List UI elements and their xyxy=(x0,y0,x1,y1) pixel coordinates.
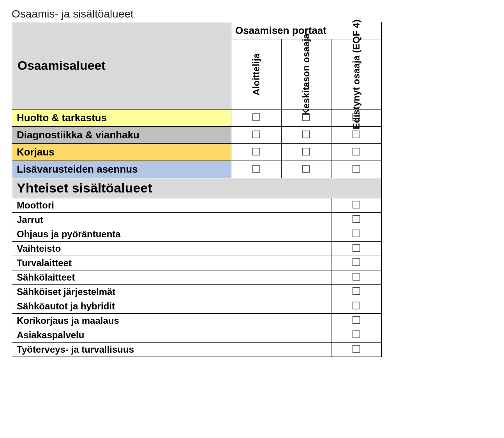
checkbox-icon xyxy=(352,165,360,173)
competence-row-label: Huolto & tarkastus xyxy=(12,110,231,127)
checkbox-icon xyxy=(352,302,360,309)
section-header: Yhteiset sisältöalueet xyxy=(12,178,382,198)
checkbox-cell[interactable] xyxy=(331,227,382,242)
competence-row-label: Korjaus xyxy=(12,144,231,161)
checkbox-cell[interactable] xyxy=(231,161,281,178)
checkbox-icon xyxy=(352,131,360,138)
checkbox-icon xyxy=(252,113,260,121)
checkbox-cell[interactable] xyxy=(331,213,382,227)
competence-table: Osaamisalueet Osaamisen portaat Aloittel… xyxy=(12,22,382,357)
checkbox-cell[interactable] xyxy=(281,161,331,178)
checkbox-icon xyxy=(352,244,360,252)
content-row-label: Vaihteisto xyxy=(12,242,331,256)
checkbox-icon xyxy=(352,345,360,353)
content-row-label: Sähköiset järjestelmät xyxy=(12,285,331,299)
checkbox-cell[interactable] xyxy=(281,127,331,144)
competence-row-label: Lisävarusteiden asennus xyxy=(12,161,231,178)
page-title: Osaamis- ja sisältöalueet xyxy=(12,8,492,20)
checkbox-icon xyxy=(302,148,310,155)
checkbox-cell[interactable] xyxy=(281,144,331,161)
checkbox-icon xyxy=(352,316,360,324)
checkbox-icon xyxy=(252,148,260,155)
checkbox-icon xyxy=(302,131,310,138)
content-row-label: Korikorjaus ja maalaus xyxy=(12,314,331,328)
checkbox-cell[interactable] xyxy=(331,198,382,213)
checkbox-cell[interactable] xyxy=(331,256,382,270)
header-col1: Aloittelija xyxy=(231,39,281,110)
checkbox-icon xyxy=(352,273,360,281)
checkbox-cell[interactable] xyxy=(331,299,382,314)
checkbox-icon xyxy=(352,258,360,266)
checkbox-cell[interactable] xyxy=(231,127,281,144)
checkbox-icon xyxy=(352,330,360,338)
content-row-label: Jarrut xyxy=(12,213,331,227)
content-row-label: Ohjaus ja pyöräntuenta xyxy=(12,227,331,242)
header-col2: Keskitason osaaja xyxy=(281,39,331,110)
header-main: Osaamisalueet xyxy=(12,22,231,110)
content-row-label: Sähkölaitteet xyxy=(12,270,331,285)
checkbox-cell[interactable] xyxy=(331,270,382,285)
checkbox-cell[interactable] xyxy=(231,144,281,161)
checkbox-cell[interactable] xyxy=(331,314,382,328)
checkbox-cell[interactable] xyxy=(331,242,382,256)
checkbox-icon xyxy=(352,287,360,295)
checkbox-cell[interactable] xyxy=(331,161,382,178)
checkbox-icon xyxy=(252,131,260,138)
checkbox-cell[interactable] xyxy=(231,110,281,127)
content-row-label: Moottori xyxy=(12,198,331,213)
checkbox-cell[interactable] xyxy=(331,343,382,357)
competence-row-label: Diagnostiikka & vianhaku xyxy=(12,127,231,144)
checkbox-cell[interactable] xyxy=(331,144,382,161)
content-row-label: Sähköautot ja hybridit xyxy=(12,299,331,314)
header-col3: Edistynyt osaaja (EQF 4) xyxy=(331,39,382,110)
checkbox-icon xyxy=(352,148,360,155)
content-row-label: Työterveys- ja turvallisuus xyxy=(12,343,331,357)
checkbox-icon xyxy=(352,201,360,208)
checkbox-cell[interactable] xyxy=(331,328,382,343)
checkbox-icon xyxy=(352,215,360,223)
checkbox-icon xyxy=(352,230,360,237)
checkbox-icon xyxy=(252,165,260,173)
checkbox-icon xyxy=(302,165,310,173)
content-row-label: Turvalaitteet xyxy=(12,256,331,270)
content-row-label: Asiakaspalvelu xyxy=(12,328,331,343)
checkbox-cell[interactable] xyxy=(331,285,382,299)
